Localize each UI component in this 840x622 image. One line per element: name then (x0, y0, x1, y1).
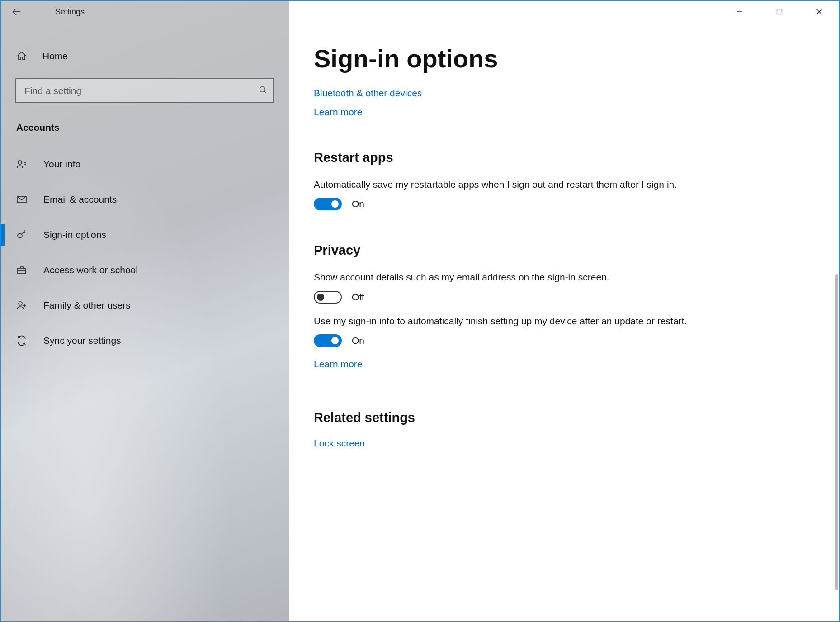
close-icon (816, 9, 822, 15)
restart-toggle-label: On (352, 199, 364, 209)
sidebar-home[interactable]: Home (1, 44, 289, 68)
svg-point-4 (260, 86, 265, 92)
section-restart-heading: Restart apps (314, 150, 812, 165)
toggle-knob (317, 294, 324, 301)
minimize-icon (736, 9, 743, 15)
sync-icon (16, 335, 29, 346)
nav-list: Your info Email & accounts Sign-in optio… (1, 147, 289, 358)
scroll-thumb[interactable] (835, 274, 838, 591)
privacy-toggle1-row: Off (314, 291, 812, 304)
person-icon (16, 159, 29, 170)
titlebar-left: Settings (1, 1, 289, 23)
scrollbar[interactable] (835, 44, 838, 619)
sidebar-item-label: Sign-in options (43, 229, 106, 240)
sidebar-item-email-accounts[interactable]: Email & accounts (1, 182, 289, 217)
svg-rect-1 (777, 9, 782, 14)
link-learn-more-top[interactable]: Learn more (314, 107, 812, 118)
link-learn-more-privacy[interactable]: Learn more (314, 359, 812, 370)
key-icon (16, 229, 29, 240)
sidebar-category: Accounts (1, 113, 289, 147)
sidebar-home-label: Home (42, 51, 68, 62)
privacy-toggle2[interactable] (314, 334, 342, 347)
add-user-icon (16, 300, 29, 311)
restart-toggle[interactable] (314, 198, 342, 210)
back-button[interactable] (1, 1, 33, 23)
toggle-knob (331, 200, 339, 208)
sidebar-item-label: Your info (43, 159, 80, 170)
content: Sign-in options Bluetooth & other device… (289, 1, 839, 621)
svg-line-5 (264, 91, 266, 93)
sidebar-item-your-info[interactable]: Your info (1, 147, 289, 182)
sidebar: Home Accounts Your info (1, 1, 289, 621)
restart-toggle-row: On (314, 198, 812, 210)
privacy-toggle1-label: Off (352, 292, 364, 303)
titlebar: Settings (1, 1, 839, 23)
toggle-knob (331, 337, 339, 344)
link-bluetooth-devices[interactable]: Bluetooth & other devices (314, 88, 812, 99)
sidebar-item-label: Family & other users (43, 300, 131, 311)
svg-point-14 (19, 302, 22, 305)
sidebar-item-label: Email & accounts (43, 194, 117, 205)
svg-rect-12 (18, 268, 26, 274)
settings-window: Settings Home (0, 0, 840, 622)
body: Home Accounts Your info (1, 1, 839, 621)
privacy-toggle1[interactable] (314, 291, 342, 304)
back-arrow-icon (12, 7, 22, 17)
minimize-button[interactable] (720, 1, 760, 23)
search-icon (259, 85, 268, 96)
maximize-button[interactable] (760, 1, 799, 23)
app-title: Settings (55, 7, 85, 17)
home-icon (16, 51, 29, 62)
sidebar-item-family-users[interactable]: Family & other users (1, 288, 289, 323)
sidebar-item-sign-in-options[interactable]: Sign-in options (1, 217, 289, 252)
sidebar-item-access-work-school[interactable]: Access work or school (1, 252, 289, 288)
privacy-toggle2-row: On (314, 334, 812, 347)
privacy-toggle2-label: On (352, 335, 364, 346)
window-controls (720, 1, 839, 23)
sidebar-item-sync[interactable]: Sync your settings (1, 323, 289, 358)
svg-point-6 (18, 161, 22, 164)
sidebar-item-label: Sync your settings (43, 335, 121, 346)
page-title: Sign-in options (314, 44, 812, 73)
privacy-desc2: Use my sign-in info to automatically fin… (314, 314, 694, 328)
close-button[interactable] (799, 1, 839, 23)
link-lock-screen[interactable]: Lock screen (314, 438, 812, 449)
search-input[interactable] (15, 78, 274, 103)
sidebar-item-label: Access work or school (43, 265, 138, 275)
section-related-heading: Related settings (314, 410, 812, 425)
section-privacy-heading: Privacy (314, 243, 812, 258)
privacy-desc1: Show account details such as my email ad… (314, 271, 694, 284)
mail-icon (16, 194, 29, 205)
search-wrap (15, 78, 275, 103)
maximize-icon (776, 9, 783, 15)
briefcase-icon (16, 265, 29, 275)
restart-desc: Automatically save my restartable apps w… (314, 178, 694, 191)
svg-point-11 (18, 233, 22, 238)
